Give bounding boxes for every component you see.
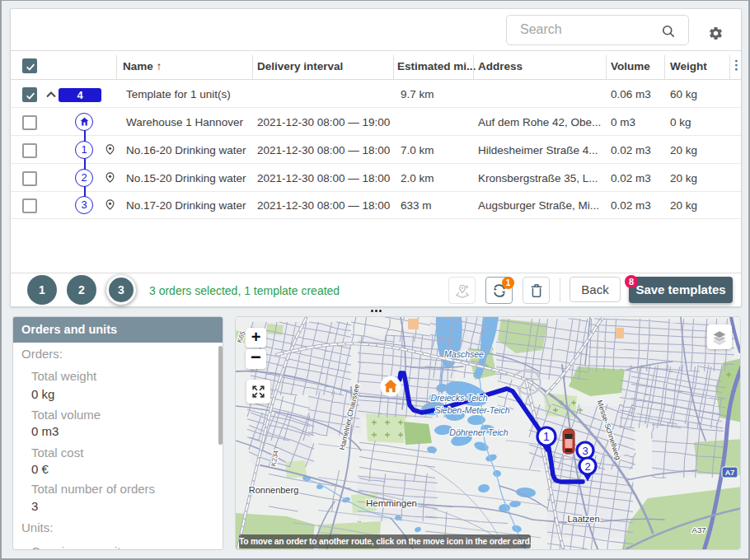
- svg-text:Ronnenberg: Ronnenberg: [249, 485, 299, 495]
- svg-text:Dreiecks-Teich: Dreiecks-Teich: [430, 393, 487, 403]
- svg-text:A37: A37: [692, 525, 706, 534]
- svg-text:A7: A7: [725, 469, 735, 477]
- svg-text:Sieben-Meter-Teich: Sieben-Meter-Teich: [434, 405, 509, 415]
- svg-text:Hemmingen: Hemmingen: [366, 498, 417, 508]
- svg-text:Maschsee: Maschsee: [444, 349, 484, 359]
- svg-text:3: 3: [582, 445, 588, 457]
- svg-text:Döhrener Teich: Döhrener Teich: [449, 427, 509, 437]
- svg-text:Laatzen: Laatzen: [567, 514, 599, 524]
- svg-text:1: 1: [543, 430, 550, 443]
- svg-text:2: 2: [584, 460, 590, 473]
